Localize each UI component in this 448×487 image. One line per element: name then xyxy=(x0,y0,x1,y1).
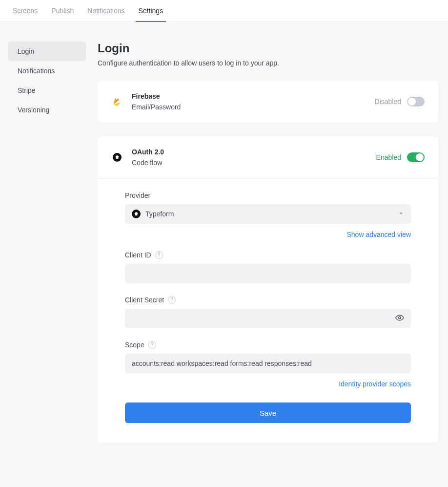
oauth-subtitle: Code flow xyxy=(132,159,367,167)
sidebar-item-stripe[interactable]: Stripe xyxy=(8,81,86,100)
client-secret-input[interactable] xyxy=(125,309,411,328)
sidebar-item-notifications[interactable]: Notifications xyxy=(8,61,86,81)
tab-screens[interactable]: Screens xyxy=(6,0,44,21)
help-icon[interactable]: ? xyxy=(148,341,156,349)
chevron-down-icon xyxy=(398,210,404,218)
help-icon[interactable]: ? xyxy=(168,296,176,304)
scope-label: Scope xyxy=(125,341,144,349)
oauth-card: OAuth 2.0 Code flow Enabled Provider xyxy=(98,136,438,443)
client-secret-label: Client Secret xyxy=(125,296,164,304)
tab-publish[interactable]: Publish xyxy=(44,0,81,21)
typeform-icon xyxy=(132,210,141,218)
page-description: Configure authentication to allow users … xyxy=(98,59,438,67)
client-id-label: Client ID xyxy=(125,251,151,259)
firebase-card: Firebase Email/Password Disabled xyxy=(98,81,438,123)
provider-value: Typeform xyxy=(145,210,174,218)
sidebar-item-login[interactable]: Login xyxy=(8,42,86,61)
settings-sidebar: Login Notifications Stripe Versioning xyxy=(8,42,86,456)
oauth-toggle[interactable] xyxy=(407,152,425,162)
oauth-icon xyxy=(111,151,123,163)
help-icon[interactable]: ? xyxy=(155,251,163,259)
advanced-view-link[interactable]: Show advanced view xyxy=(346,231,411,238)
svg-point-0 xyxy=(399,317,401,319)
top-tabs: Screens Publish Notifications Settings xyxy=(0,0,448,22)
firebase-state-label: Disabled xyxy=(375,98,401,106)
tab-settings[interactable]: Settings xyxy=(132,0,170,21)
firebase-toggle[interactable] xyxy=(407,97,425,106)
firebase-title: Firebase xyxy=(132,92,366,100)
sidebar-item-versioning[interactable]: Versioning xyxy=(8,100,86,120)
provider-label: Provider xyxy=(125,191,411,199)
firebase-icon xyxy=(111,96,123,107)
scope-input[interactable] xyxy=(125,354,411,373)
firebase-subtitle: Email/Password xyxy=(132,103,366,111)
page-title: Login xyxy=(98,42,438,55)
provider-select[interactable]: Typeform xyxy=(125,204,411,224)
save-button[interactable]: Save xyxy=(125,402,411,423)
identity-provider-scopes-link[interactable]: Identity provider scopes xyxy=(339,380,411,388)
client-id-input[interactable] xyxy=(125,264,411,283)
oauth-state-label: Enabled xyxy=(376,153,401,161)
tab-notifications[interactable]: Notifications xyxy=(81,0,131,21)
oauth-title: OAuth 2.0 xyxy=(132,148,367,156)
eye-icon[interactable] xyxy=(395,314,404,324)
